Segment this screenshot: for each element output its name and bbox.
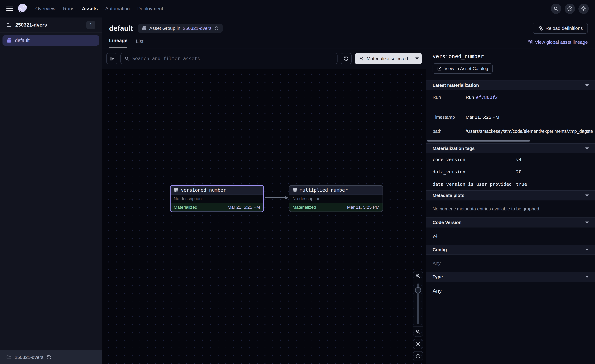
- view-global-asset-lineage-link[interactable]: View global asset lineage: [528, 40, 588, 48]
- dagster-logo[interactable]: [17, 3, 28, 14]
- materialize-selected-button[interactable]: Materialize selected: [355, 53, 412, 64]
- path-label: path: [426, 124, 460, 138]
- sidebar-item-label: default: [15, 38, 29, 43]
- primary-nav: Overview Runs Assets Automation Deployme…: [35, 6, 163, 12]
- section-type[interactable]: Type: [426, 272, 595, 282]
- timestamp-label: Timestamp: [426, 110, 460, 124]
- lineage-graph-icon: [528, 40, 533, 44]
- sidebar-repo-row[interactable]: 250321-dvers 1: [0, 17, 102, 33]
- view-global-asset-lineage-label: View global asset lineage: [535, 40, 588, 45]
- graph-settings-button[interactable]: [413, 339, 423, 349]
- reload-definitions-button[interactable]: Reload definitions: [533, 23, 588, 34]
- materialized-status-badge: Materialized: [292, 205, 316, 210]
- badge-prefix: Asset Group in: [149, 26, 180, 31]
- lineage-graph-pane: Materialize selected versioned_number: [102, 49, 426, 364]
- download-image-button[interactable]: [413, 351, 423, 361]
- page-title: default: [109, 24, 133, 33]
- refresh-icon[interactable]: [46, 355, 51, 360]
- tag-value: true: [511, 178, 595, 190]
- materialization-timestamp: Mar 21, 5:25 PM: [347, 205, 379, 210]
- chevron-down-icon: [585, 249, 589, 251]
- section-metadata-plots[interactable]: Metadata plots: [426, 190, 595, 200]
- tab-bar: Lineage List View global asset lineage: [102, 35, 595, 49]
- zoom-slider[interactable]: [413, 281, 423, 327]
- nav-overview[interactable]: Overview: [35, 6, 56, 12]
- tag-value: 20: [511, 166, 595, 178]
- asset-search-field: [120, 53, 338, 64]
- nav-runs[interactable]: Runs: [63, 6, 74, 12]
- nav-assets[interactable]: Assets: [82, 6, 98, 12]
- tab-lineage[interactable]: Lineage: [109, 38, 128, 48]
- asset-node-name: multiplied_number: [300, 187, 348, 193]
- tag-row: code_version v4: [426, 154, 595, 166]
- search-input[interactable]: [132, 56, 333, 61]
- main-area: default Asset Group in 250321-dvers Relo…: [102, 17, 595, 364]
- search-button[interactable]: [551, 4, 561, 14]
- nav-deployment[interactable]: Deployment: [137, 6, 163, 12]
- tab-list[interactable]: List: [136, 39, 143, 48]
- reload-definitions-label: Reload definitions: [545, 26, 583, 31]
- repo-asset-count-badge: 1: [86, 21, 95, 29]
- chevron-down-icon: [585, 276, 589, 278]
- badge-repo-link[interactable]: 250321-dvers: [183, 26, 211, 31]
- asset-groups-sidebar: 250321-dvers 1 default 250321-dvers: [0, 17, 102, 364]
- section-heading: Config: [432, 247, 447, 252]
- panel-toggle-icon: [109, 56, 114, 61]
- chevron-down-icon: [585, 222, 589, 224]
- materialize-selected-label: Materialize selected: [367, 56, 408, 61]
- materialize-selected-split-button: Materialize selected: [355, 53, 422, 64]
- run-id-link[interactable]: ef7800f2: [476, 95, 498, 100]
- run-value-prefix: Run: [466, 95, 474, 100]
- gear-icon: [416, 342, 421, 347]
- timestamp-row: Timestamp Mar 21, 5:25 PM: [426, 110, 595, 124]
- repo-name: 250321-dvers: [15, 22, 83, 28]
- search-icon: [124, 56, 129, 61]
- code-version-value: v4: [426, 227, 595, 245]
- sidebar-footer: 250321-dvers: [0, 350, 102, 364]
- zoom-out-button[interactable]: [413, 327, 423, 336]
- refresh-graph-button[interactable]: [341, 53, 352, 64]
- search-icon: [553, 6, 559, 11]
- asset-node-versioned-number[interactable]: versioned_number No description Material…: [170, 185, 264, 212]
- run-row: Run Runef7800f2: [426, 90, 595, 110]
- reload-definitions-icon: [538, 26, 543, 31]
- config-value: Any: [426, 255, 595, 272]
- expand-sidebar-panel-button[interactable]: [106, 53, 117, 64]
- lineage-edge-arrow: [265, 194, 289, 202]
- section-config[interactable]: Config: [426, 245, 595, 255]
- materialize-options-dropdown[interactable]: [412, 53, 422, 64]
- zoom-out-icon: [416, 329, 421, 334]
- horizontal-scrollbar[interactable]: [427, 140, 530, 141]
- asset-group-badge: Asset Group in 250321-dvers: [138, 24, 223, 33]
- tag-key: data_version_is_user_provided: [426, 178, 511, 190]
- hamburger-menu-icon[interactable]: [6, 5, 13, 12]
- section-code-version[interactable]: Code Version: [426, 217, 595, 227]
- materialization-timestamp: Mar 21, 5:25 PM: [228, 205, 260, 210]
- chevron-down-icon: [585, 195, 589, 196]
- materialized-status-badge: Materialized: [174, 205, 197, 210]
- tag-row: data_version_is_user_provided true: [426, 178, 595, 190]
- sidebar-item-default-group[interactable]: default: [2, 35, 99, 46]
- asset-node-description: No description: [289, 195, 382, 203]
- section-heading: Metadata plots: [432, 193, 464, 198]
- path-link[interactable]: /Users/smackesey/stm/code/elementl/exper…: [466, 129, 594, 134]
- zoom-slider-thumb[interactable]: [415, 287, 421, 293]
- lineage-canvas[interactable]: versioned_number No description Material…: [102, 69, 426, 364]
- section-heading: Type: [432, 274, 443, 280]
- asset-node-description: No description: [170, 195, 263, 203]
- view-in-asset-catalog-label: View in Asset Catalog: [445, 66, 488, 71]
- section-heading: Materialization tags: [432, 146, 475, 151]
- view-in-asset-catalog-button[interactable]: View in Asset Catalog: [432, 63, 493, 74]
- section-latest-materialization[interactable]: Latest materialization: [426, 80, 595, 90]
- zoom-in-icon: [416, 273, 421, 278]
- asset-node-multiplied-number[interactable]: multiplied_number No description Materia…: [289, 185, 383, 212]
- nav-automation[interactable]: Automation: [105, 6, 130, 12]
- zoom-in-button[interactable]: [413, 271, 423, 281]
- settings-button[interactable]: [578, 4, 589, 14]
- section-materialization-tags[interactable]: Materialization tags: [426, 143, 595, 154]
- refresh-icon: [343, 56, 349, 61]
- asset-group-icon: [7, 38, 12, 43]
- help-button[interactable]: [565, 4, 575, 14]
- refresh-icon[interactable]: [214, 26, 219, 31]
- external-link-icon: [437, 66, 442, 71]
